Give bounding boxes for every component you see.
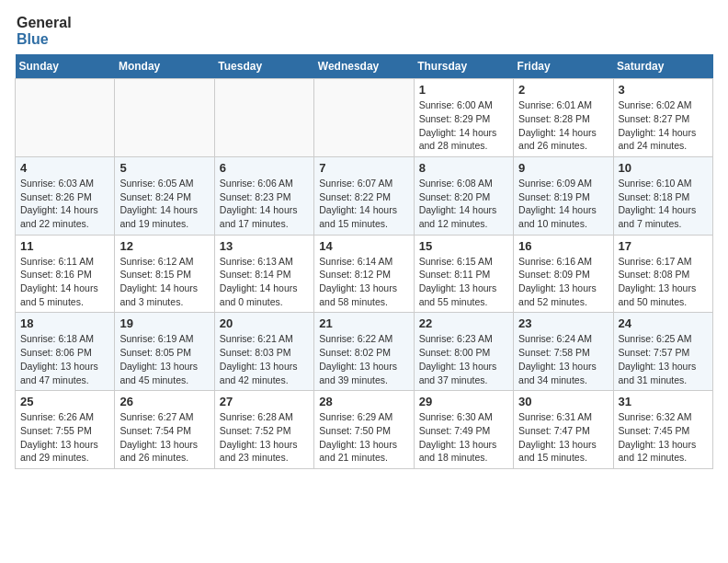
weekday-header-saturday: Saturday — [613, 54, 712, 79]
weekday-header-sunday: Sunday — [16, 54, 115, 79]
day-info: Sunrise: 6:28 AM Sunset: 7:52 PM Dayligh… — [220, 410, 309, 465]
day-info: Sunrise: 6:27 AM Sunset: 7:54 PM Dayligh… — [119, 410, 209, 465]
day-info: Sunrise: 6:25 AM Sunset: 7:57 PM Dayligh… — [619, 332, 708, 386]
calendar-cell: 1Sunrise: 6:00 AM Sunset: 8:29 PM Daylig… — [414, 79, 513, 157]
calendar-week-row: 1Sunrise: 6:00 AM Sunset: 8:29 PM Daylig… — [16, 79, 713, 157]
calendar-cell: 4Sunrise: 6:03 AM Sunset: 8:26 PM Daylig… — [16, 156, 115, 235]
day-info: Sunrise: 6:17 AM Sunset: 8:08 PM Dayligh… — [619, 255, 708, 309]
calendar-cell: 18Sunrise: 6:18 AM Sunset: 8:06 PM Dayli… — [16, 313, 115, 391]
day-number: 29 — [419, 395, 508, 408]
calendar-cell: 23Sunrise: 6:24 AM Sunset: 7:58 PM Dayli… — [514, 313, 613, 391]
calendar-cell: 16Sunrise: 6:16 AM Sunset: 8:09 PM Dayli… — [514, 235, 613, 313]
calendar-cell: 26Sunrise: 6:27 AM Sunset: 7:54 PM Dayli… — [115, 391, 214, 469]
day-number: 23 — [518, 316, 608, 330]
calendar-cell: 2Sunrise: 6:01 AM Sunset: 8:28 PM Daylig… — [514, 79, 613, 157]
day-info: Sunrise: 6:13 AM Sunset: 8:14 PM Dayligh… — [220, 255, 309, 309]
day-number: 28 — [319, 395, 408, 408]
calendar-cell — [214, 79, 313, 157]
calendar-cell: 10Sunrise: 6:10 AM Sunset: 8:18 PM Dayli… — [613, 156, 712, 235]
calendar-cell: 6Sunrise: 6:06 AM Sunset: 8:23 PM Daylig… — [214, 156, 313, 235]
day-number: 7 — [319, 161, 408, 175]
calendar-week-row: 25Sunrise: 6:26 AM Sunset: 7:55 PM Dayli… — [16, 391, 713, 469]
calendar-cell: 21Sunrise: 6:22 AM Sunset: 8:02 PM Dayli… — [314, 313, 414, 391]
day-number: 30 — [518, 395, 608, 408]
calendar-week-row: 4Sunrise: 6:03 AM Sunset: 8:26 PM Daylig… — [16, 156, 713, 235]
calendar-cell: 27Sunrise: 6:28 AM Sunset: 7:52 PM Dayli… — [214, 391, 313, 469]
calendar-cell — [16, 79, 115, 157]
calendar-cell: 24Sunrise: 6:25 AM Sunset: 7:57 PM Dayli… — [613, 313, 712, 391]
day-number: 10 — [619, 161, 708, 175]
weekday-header-monday: Monday — [115, 54, 214, 79]
calendar-cell: 28Sunrise: 6:29 AM Sunset: 7:50 PM Dayli… — [314, 391, 414, 469]
day-number: 26 — [119, 395, 209, 408]
day-number: 25 — [20, 395, 109, 408]
day-number: 12 — [119, 239, 209, 253]
day-number: 5 — [119, 161, 209, 175]
weekday-header-wednesday: Wednesday — [314, 54, 414, 79]
day-info: Sunrise: 6:10 AM Sunset: 8:18 PM Dayligh… — [619, 177, 708, 231]
day-info: Sunrise: 6:14 AM Sunset: 8:12 PM Dayligh… — [319, 255, 408, 309]
day-number: 18 — [20, 316, 109, 330]
day-info: Sunrise: 6:11 AM Sunset: 8:16 PM Dayligh… — [20, 255, 109, 309]
day-number: 22 — [419, 316, 508, 330]
calendar-cell: 25Sunrise: 6:26 AM Sunset: 7:55 PM Dayli… — [16, 391, 115, 469]
day-info: Sunrise: 6:05 AM Sunset: 8:24 PM Dayligh… — [119, 177, 209, 231]
calendar-cell: 5Sunrise: 6:05 AM Sunset: 8:24 PM Daylig… — [115, 156, 214, 235]
calendar-cell: 22Sunrise: 6:23 AM Sunset: 8:00 PM Dayli… — [414, 313, 513, 391]
day-number: 2 — [518, 83, 608, 97]
day-info: Sunrise: 6:22 AM Sunset: 8:02 PM Dayligh… — [319, 332, 408, 386]
calendar-cell: 29Sunrise: 6:30 AM Sunset: 7:49 PM Dayli… — [414, 391, 513, 469]
day-number: 20 — [220, 316, 309, 330]
day-number: 4 — [20, 161, 109, 175]
weekday-header-row: SundayMondayTuesdayWednesdayThursdayFrid… — [16, 54, 713, 79]
day-number: 8 — [419, 161, 508, 175]
calendar-cell: 7Sunrise: 6:07 AM Sunset: 8:22 PM Daylig… — [314, 156, 414, 235]
header: General Blue General Blue — [15, 15, 713, 47]
day-info: Sunrise: 6:03 AM Sunset: 8:26 PM Dayligh… — [20, 177, 109, 231]
day-number: 27 — [220, 395, 309, 408]
calendar-cell: 31Sunrise: 6:32 AM Sunset: 7:45 PM Dayli… — [613, 391, 712, 469]
calendar-week-row: 18Sunrise: 6:18 AM Sunset: 8:06 PM Dayli… — [16, 313, 713, 391]
calendar-cell: 8Sunrise: 6:08 AM Sunset: 8:20 PM Daylig… — [414, 156, 513, 235]
logo-blue: Blue — [17, 31, 72, 48]
day-number: 11 — [20, 239, 109, 253]
calendar-cell: 14Sunrise: 6:14 AM Sunset: 8:12 PM Dayli… — [314, 235, 414, 313]
calendar-cell: 13Sunrise: 6:13 AM Sunset: 8:14 PM Dayli… — [214, 235, 313, 313]
day-info: Sunrise: 6:31 AM Sunset: 7:47 PM Dayligh… — [518, 410, 608, 465]
day-info: Sunrise: 6:21 AM Sunset: 8:03 PM Dayligh… — [220, 332, 309, 386]
calendar-cell: 9Sunrise: 6:09 AM Sunset: 8:19 PM Daylig… — [514, 156, 613, 235]
logo: General Blue General Blue — [15, 15, 72, 47]
logo-general: General — [17, 15, 72, 31]
weekday-header-friday: Friday — [514, 54, 613, 79]
day-info: Sunrise: 6:08 AM Sunset: 8:20 PM Dayligh… — [419, 177, 508, 231]
calendar-cell: 17Sunrise: 6:17 AM Sunset: 8:08 PM Dayli… — [613, 235, 712, 313]
day-info: Sunrise: 6:23 AM Sunset: 8:00 PM Dayligh… — [419, 332, 508, 386]
day-info: Sunrise: 6:02 AM Sunset: 8:27 PM Dayligh… — [619, 98, 708, 153]
day-number: 24 — [619, 316, 708, 330]
calendar-cell: 12Sunrise: 6:12 AM Sunset: 8:15 PM Dayli… — [115, 235, 214, 313]
calendar-cell — [314, 79, 414, 157]
day-number: 1 — [419, 83, 508, 97]
day-number: 13 — [220, 239, 309, 253]
calendar-week-row: 11Sunrise: 6:11 AM Sunset: 8:16 PM Dayli… — [16, 235, 713, 313]
calendar-cell — [115, 79, 214, 157]
calendar-cell: 30Sunrise: 6:31 AM Sunset: 7:47 PM Dayli… — [514, 391, 613, 469]
day-number: 14 — [319, 239, 408, 253]
day-info: Sunrise: 6:29 AM Sunset: 7:50 PM Dayligh… — [319, 410, 408, 465]
calendar-cell: 11Sunrise: 6:11 AM Sunset: 8:16 PM Dayli… — [16, 235, 115, 313]
day-number: 17 — [619, 239, 708, 253]
day-number: 9 — [518, 161, 608, 175]
calendar-cell: 19Sunrise: 6:19 AM Sunset: 8:05 PM Dayli… — [115, 313, 214, 391]
day-info: Sunrise: 6:15 AM Sunset: 8:11 PM Dayligh… — [419, 255, 508, 309]
day-info: Sunrise: 6:30 AM Sunset: 7:49 PM Dayligh… — [419, 410, 508, 465]
day-info: Sunrise: 6:00 AM Sunset: 8:29 PM Dayligh… — [419, 98, 508, 153]
day-number: 15 — [419, 239, 508, 253]
day-number: 16 — [518, 239, 608, 253]
day-number: 6 — [220, 161, 309, 175]
day-info: Sunrise: 6:16 AM Sunset: 8:09 PM Dayligh… — [518, 255, 608, 309]
calendar-table: SundayMondayTuesdayWednesdayThursdayFrid… — [15, 54, 713, 469]
day-number: 3 — [619, 83, 708, 97]
day-info: Sunrise: 6:24 AM Sunset: 7:58 PM Dayligh… — [518, 332, 608, 386]
day-info: Sunrise: 6:18 AM Sunset: 8:06 PM Dayligh… — [20, 332, 109, 386]
day-info: Sunrise: 6:32 AM Sunset: 7:45 PM Dayligh… — [619, 410, 708, 465]
